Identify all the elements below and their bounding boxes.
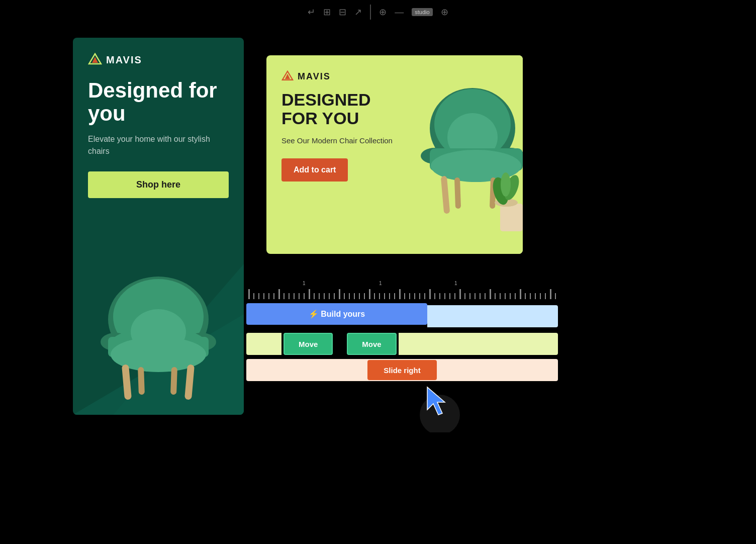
svg-rect-43 — [278, 289, 280, 299]
ruler: 1 1 1 — [246, 279, 558, 299]
toolbar-icon-5[interactable]: ⊕ — [379, 7, 387, 18]
svg-rect-47 — [299, 293, 300, 299]
right-logo-text: MAVIS — [298, 71, 331, 82]
svg-rect-87 — [500, 293, 501, 299]
svg-rect-39 — [258, 293, 259, 299]
toolbar-icon-2[interactable]: ⊞ — [323, 7, 331, 18]
right-headline: DESIGNED FOR YOU — [281, 90, 397, 128]
svg-rect-71 — [419, 293, 420, 299]
svg-rect-15 — [170, 367, 177, 395]
left-ad-panel: MAVIS Designed for you Elevate your home… — [73, 38, 244, 415]
svg-rect-40 — [263, 293, 264, 299]
svg-rect-85 — [490, 289, 491, 299]
svg-rect-38 — [253, 293, 254, 299]
svg-rect-66 — [394, 293, 395, 299]
svg-rect-79 — [459, 289, 461, 299]
svg-text:1: 1 — [303, 281, 306, 286]
shop-here-button[interactable]: Shop here — [88, 171, 229, 198]
right-logo-icon — [281, 70, 294, 82]
toolbar-icon-6[interactable]: — — [395, 7, 404, 18]
move-mid-gap — [335, 333, 345, 355]
toolbar-icon-1[interactable]: ↵ — [308, 7, 315, 18]
right-ad-content: MAVIS DESIGNED FOR YOU See Our Modern Ch… — [266, 55, 412, 197]
bottom-controls: 1 1 1 — [246, 279, 558, 381]
svg-rect-83 — [480, 293, 481, 299]
svg-rect-37 — [248, 289, 250, 299]
svg-rect-61 — [369, 289, 370, 299]
svg-rect-54 — [334, 293, 335, 299]
build-yours-row: ⚡ Build yours — [246, 303, 558, 329]
svg-rect-98 — [555, 293, 556, 299]
svg-rect-48 — [304, 293, 305, 299]
toolbar-icon-7[interactable]: ⊕ — [441, 7, 448, 18]
right-logo-area: MAVIS — [281, 70, 397, 82]
svg-rect-59 — [359, 293, 360, 299]
svg-rect-93 — [530, 293, 531, 299]
svg-rect-63 — [379, 293, 380, 299]
svg-text:1: 1 — [379, 281, 382, 286]
move-buttons-row: Move Move — [246, 333, 558, 355]
svg-rect-49 — [309, 289, 310, 299]
svg-rect-29 — [500, 204, 523, 231]
svg-rect-89 — [510, 293, 511, 299]
top-toolbar: ↵ ⊞ ⊟ ↗ ⊕ — studio ⊕ — [0, 0, 756, 24]
right-subtext: See Our Modern Chair Collection — [281, 135, 397, 147]
move-right-segment — [399, 333, 558, 355]
svg-rect-82 — [475, 293, 476, 299]
build-yours-extension — [427, 305, 558, 327]
svg-rect-60 — [364, 293, 365, 299]
svg-text:1: 1 — [454, 281, 457, 286]
svg-rect-14 — [138, 367, 145, 395]
svg-rect-64 — [384, 293, 385, 299]
svg-rect-56 — [344, 293, 345, 299]
left-logo-icon — [88, 53, 102, 67]
svg-rect-67 — [399, 289, 401, 299]
svg-rect-57 — [349, 293, 350, 299]
toolbar-divider — [370, 5, 371, 20]
build-yours-button[interactable]: ⚡ Build yours — [246, 303, 427, 325]
svg-rect-72 — [424, 293, 425, 299]
svg-rect-74 — [434, 293, 435, 299]
svg-rect-80 — [464, 293, 465, 299]
svg-rect-62 — [374, 293, 375, 299]
svg-rect-42 — [273, 293, 274, 299]
ruler-svg: 1 1 1 — [248, 279, 556, 299]
svg-rect-73 — [429, 289, 431, 299]
svg-rect-70 — [414, 293, 415, 299]
svg-rect-68 — [404, 293, 405, 299]
right-chair-illustration — [402, 63, 523, 254]
svg-rect-27 — [454, 177, 461, 209]
chair-illustration — [73, 254, 244, 415]
svg-rect-52 — [324, 293, 325, 299]
left-logo-text: MAVIS — [106, 54, 142, 66]
toolbar-icon-4[interactable]: ↗ — [354, 7, 362, 18]
slide-right-bg: Slide right — [246, 359, 558, 381]
svg-point-33 — [501, 172, 511, 197]
svg-rect-25 — [441, 176, 450, 214]
toolbar-badge[interactable]: studio — [412, 8, 432, 16]
svg-rect-75 — [439, 293, 440, 299]
svg-rect-51 — [319, 293, 320, 299]
svg-rect-95 — [540, 293, 541, 299]
right-chair-area — [402, 55, 523, 254]
cursor-pointer — [412, 372, 472, 434]
svg-rect-46 — [294, 293, 295, 299]
left-chair-area — [73, 254, 244, 415]
svg-rect-76 — [444, 293, 445, 299]
move-left-segment — [246, 333, 281, 355]
toolbar-icon-3[interactable]: ⊟ — [339, 7, 346, 18]
svg-rect-96 — [545, 293, 546, 299]
svg-rect-84 — [485, 293, 486, 299]
move-button-right[interactable]: Move — [347, 333, 396, 355]
svg-point-11 — [131, 309, 186, 354]
move-button-left[interactable]: Move — [284, 333, 333, 355]
svg-rect-58 — [354, 293, 355, 299]
svg-rect-86 — [495, 293, 496, 299]
svg-rect-12 — [122, 365, 132, 400]
svg-rect-45 — [289, 293, 290, 299]
svg-rect-91 — [520, 289, 521, 299]
svg-rect-78 — [454, 293, 455, 299]
svg-rect-13 — [184, 365, 195, 400]
add-to-cart-button[interactable]: Add to cart — [281, 158, 348, 182]
svg-rect-97 — [550, 289, 551, 299]
